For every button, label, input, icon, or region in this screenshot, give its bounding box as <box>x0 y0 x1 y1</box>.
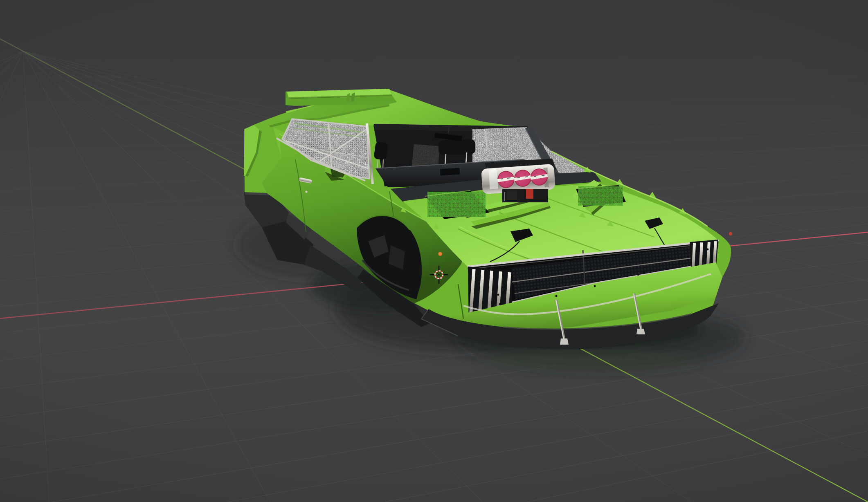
viewport-render[interactable] <box>0 0 868 502</box>
velocity-stack-1 <box>497 171 515 188</box>
fuel-part-red <box>526 189 533 199</box>
velocity-stack-2 <box>514 170 532 186</box>
door-keyhole <box>305 190 307 193</box>
side-marker-light <box>729 232 732 235</box>
rear-spoiler-wing <box>286 89 397 106</box>
headrest-left <box>373 141 388 160</box>
engine-block <box>502 189 548 202</box>
object-origin-dot <box>438 252 442 255</box>
dash-vent <box>440 168 460 175</box>
headrest-right <box>438 139 475 155</box>
velocity-stack-3 <box>531 169 548 185</box>
viewport-canvas[interactable] <box>0 0 868 502</box>
